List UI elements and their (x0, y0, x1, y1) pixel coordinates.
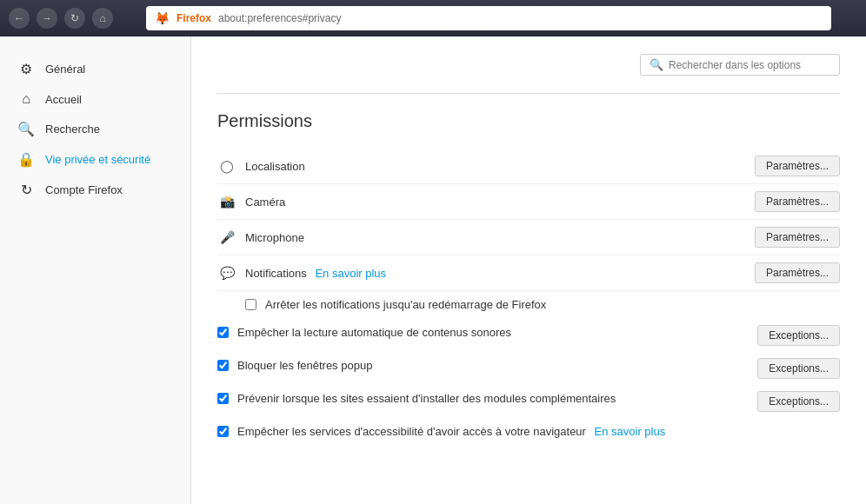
search-icon: 🔍 (650, 58, 663, 71)
block-autoplay-checkbox[interactable] (217, 327, 229, 338)
browser-chrome: ← → ↻ ⌂ 🦊 Firefox about:preferences#priv… (0, 0, 866, 36)
gear-icon: ⚙ (17, 61, 35, 77)
sidebar-item-firefox-account[interactable]: ↻ Compte Firefox (0, 175, 190, 205)
block-popup-label: Bloquer les fenêtres popup (237, 358, 749, 374)
notifications-learn-more-link[interactable]: En savoir plus (315, 267, 386, 280)
microphone-settings-button[interactable]: Paramètres... (755, 227, 840, 248)
site-name: Firefox (177, 12, 211, 24)
sidebar-label-search: Recherche (45, 123, 100, 136)
block-notifications-restart-label: Arrêter les notifications jusqu'au redém… (265, 297, 840, 313)
checkbox-row-block-notifications-restart: Arrêter les notifications jusqu'au redém… (217, 291, 840, 319)
sync-icon: ↻ (17, 182, 35, 198)
camera-settings-button[interactable]: Paramètres... (755, 191, 840, 212)
main-content: 🔍 Permissions ◯ Localisation Paramètres.… (191, 36, 866, 504)
forward-button[interactable]: → (37, 8, 57, 29)
autoplay-exceptions-button[interactable]: Exceptions... (757, 325, 840, 346)
block-addons-checkbox[interactable] (217, 393, 229, 404)
sidebar-item-home[interactable]: ⌂ Accueil (0, 84, 190, 114)
search-icon: 🔍 (17, 121, 35, 137)
back-button[interactable]: ← (9, 8, 30, 29)
permission-row-location: ◯ Localisation Paramètres... (217, 149, 840, 184)
firefox-logo-icon: 🦊 (155, 11, 170, 25)
permission-label-microphone: Microphone (245, 231, 746, 244)
microphone-icon: 🎤 (217, 230, 236, 244)
page-container: ⚙ Général ⌂ Accueil 🔍 Recherche 🔒 Vie pr… (0, 36, 866, 504)
notifications-settings-button[interactable]: Paramètres... (755, 262, 840, 283)
url-text: about:preferences#privacy (218, 12, 341, 24)
section-divider (217, 93, 840, 94)
block-addons-label: Prévenir lorsque les sites essaient d'in… (237, 391, 749, 407)
checkbox-row-block-accessibility: Empêcher les services d'accessibilité d'… (217, 418, 840, 446)
permission-label-camera: Caméra (245, 196, 746, 209)
accessibility-learn-more-link[interactable]: En savoir plus (595, 425, 666, 438)
section-title: Permissions (217, 111, 840, 131)
addons-exceptions-button[interactable]: Exceptions... (757, 391, 840, 412)
location-settings-button[interactable]: Paramètres... (755, 156, 840, 176)
home-button[interactable]: ⌂ (92, 8, 113, 29)
search-input[interactable] (669, 59, 830, 71)
sidebar: ⚙ Général ⌂ Accueil 🔍 Recherche 🔒 Vie pr… (0, 36, 191, 504)
sidebar-label-privacy: Vie privée et sécurité (45, 153, 150, 166)
block-autoplay-label: Empêcher la lecture automatique de conte… (237, 325, 749, 341)
checkbox-row-block-addons: Prévenir lorsque les sites essaient d'in… (217, 385, 840, 418)
permission-label-notifications: Notifications En savoir plus (245, 267, 746, 280)
lock-icon: 🔒 (17, 151, 35, 168)
checkbox-row-block-popup: Bloquer les fenêtres popup Exceptions... (217, 352, 840, 385)
sidebar-item-general[interactable]: ⚙ Général (0, 54, 190, 84)
block-popup-checkbox[interactable] (217, 360, 229, 371)
checkbox-row-block-autoplay: Empêcher la lecture automatique de conte… (217, 319, 840, 352)
block-accessibility-label: Empêcher les services d'accessibilité d'… (237, 424, 840, 440)
search-bar-wrap: 🔍 (217, 54, 840, 76)
sidebar-item-privacy[interactable]: 🔒 Vie privée et sécurité (0, 144, 190, 175)
home-icon: ⌂ (17, 91, 35, 107)
permission-row-camera: 📸 Caméra Paramètres... (217, 184, 840, 220)
search-bar[interactable]: 🔍 (640, 54, 840, 76)
reload-button[interactable]: ↻ (64, 8, 85, 29)
sidebar-label-general: Général (45, 63, 85, 76)
notifications-icon: 💬 (217, 266, 236, 280)
sidebar-label-home: Accueil (45, 93, 82, 106)
address-bar[interactable]: 🦊 Firefox about:preferences#privacy (146, 6, 831, 30)
location-icon: ◯ (217, 159, 236, 173)
popup-exceptions-button[interactable]: Exceptions... (757, 358, 840, 379)
camera-icon: 📸 (217, 195, 236, 209)
block-notifications-restart-checkbox[interactable] (245, 299, 256, 310)
permission-row-notifications: 💬 Notifications En savoir plus Paramètre… (217, 255, 840, 291)
permission-row-microphone: 🎤 Microphone Paramètres... (217, 220, 840, 255)
sidebar-item-search[interactable]: 🔍 Recherche (0, 114, 190, 144)
permission-label-location: Localisation (245, 160, 746, 173)
sidebar-label-account: Compte Firefox (45, 183, 123, 196)
block-accessibility-checkbox[interactable] (217, 426, 229, 437)
